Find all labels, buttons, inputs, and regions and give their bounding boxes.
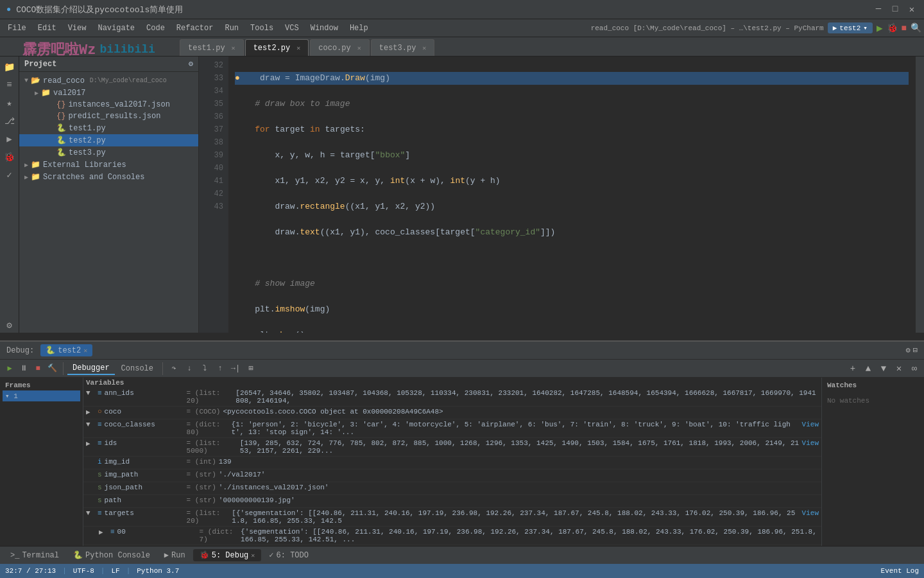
- tab-test2py[interactable]: test2.py ✕: [245, 39, 309, 56]
- editor-area: 32 33 34 35 36 37 38 39 40 41 42 43 ● dr…: [199, 57, 915, 333]
- tab-test2py-label: test2.py: [253, 44, 291, 53]
- menu-run[interactable]: Run: [219, 22, 244, 34]
- debug-button[interactable]: 🐞: [887, 22, 898, 33]
- var-name-coco: coco: [105, 408, 182, 416]
- todo-btn[interactable]: ✓: [2, 167, 17, 182]
- tab-test2py-close[interactable]: ✕: [296, 44, 300, 52]
- var-toggle-json-path: ▶: [86, 484, 95, 492]
- var-toggle-coco[interactable]: ▶: [86, 408, 95, 416]
- menu-navigate[interactable]: Navigate: [92, 22, 140, 34]
- menu-bar: File Edit View Navigate Code Refactor Ru…: [0, 19, 924, 37]
- var-icon-str-path: s: [98, 496, 102, 504]
- tree-item-val2017[interactable]: ▶ 📁 val2017: [19, 87, 198, 99]
- var-toggle-ann-ids[interactable]: ▼: [86, 389, 95, 397]
- settings-btn[interactable]: ⚙: [2, 317, 17, 333]
- debugger-tab[interactable]: Debugger: [67, 362, 115, 375]
- frame-item-1[interactable]: ▾ 1: [3, 390, 80, 401]
- stop-debug-btn[interactable]: ■: [31, 362, 45, 376]
- debug-config-tab[interactable]: 🐍 test2 ✕: [40, 344, 92, 356]
- force-step-into-btn[interactable]: ⤵: [198, 362, 212, 376]
- var-toggle-targets[interactable]: ▼: [86, 509, 95, 517]
- right-gutter: [915, 57, 924, 333]
- tab-test1py-close[interactable]: ✕: [232, 44, 235, 52]
- status-event-log[interactable]: Event Log: [881, 567, 919, 575]
- maximize-button[interactable]: □: [889, 4, 901, 15]
- var-toggle-coco-classes[interactable]: ▼: [86, 421, 95, 428]
- python-console-tab[interactable]: 🐍 Python Console: [67, 549, 157, 561]
- menu-help[interactable]: Help: [345, 22, 373, 34]
- step-over-btn[interactable]: ↷: [167, 362, 181, 376]
- structure-btn[interactable]: ≡: [2, 77, 17, 92]
- tree-item-read-coco[interactable]: ▼ 📂 read_coco D:\My_code\read_coco: [19, 74, 198, 87]
- var-value-coco: <pycocotools.coco.COCO object at 0x00000…: [223, 408, 443, 416]
- evaluate-expr-btn[interactable]: ⊞: [244, 362, 258, 376]
- step-into-btn[interactable]: ↓: [182, 362, 196, 376]
- todo-tab[interactable]: ✓ 6: TODO: [262, 549, 315, 561]
- menu-edit[interactable]: Edit: [33, 22, 62, 34]
- tree-item-test3py[interactable]: 🐍 test3.py: [19, 146, 198, 159]
- folder-icon-external-libs: 📁: [31, 160, 40, 170]
- debug-tab-close[interactable]: ✕: [251, 552, 255, 559]
- tree-item-test2py[interactable]: 🐍 test2.py: [19, 134, 198, 146]
- build-btn[interactable]: 🔨: [45, 362, 59, 376]
- resume-btn[interactable]: ▶: [3, 362, 17, 376]
- debug-settings-icon[interactable]: ⚙: [906, 346, 911, 355]
- menu-tools[interactable]: Tools: [245, 22, 278, 34]
- run-toolbar-btn[interactable]: ▶: [2, 131, 17, 146]
- watch-down-btn[interactable]: ▼: [877, 362, 891, 376]
- run-button[interactable]: ▶: [877, 22, 883, 35]
- tree-item-scratches[interactable]: ▶ 📁 Scratches and Consoles: [19, 171, 198, 183]
- title-bar: ● COCO数据集介绍以及pycocotools简单使用 ─ □ ✕: [0, 0, 924, 19]
- var-more-ids[interactable]: View: [802, 439, 819, 447]
- tree-item-instances-json[interactable]: {} instances_val2017.json: [19, 99, 198, 110]
- menu-view[interactable]: View: [63, 22, 92, 34]
- tab-cocopy[interactable]: coco.py ✕: [310, 39, 369, 56]
- close-button[interactable]: ✕: [906, 4, 918, 15]
- status-encoding: UTF-8: [73, 567, 94, 575]
- tab-test3py-close[interactable]: ✕: [422, 44, 426, 52]
- debug-layout-icon[interactable]: ⊟: [913, 346, 918, 355]
- menu-code[interactable]: Code: [141, 22, 170, 34]
- tab-test1py[interactable]: test1.py ✕: [180, 39, 244, 56]
- watch-up-btn[interactable]: ▲: [861, 362, 875, 376]
- menu-vcs[interactable]: VCS: [280, 22, 304, 34]
- favorites-btn[interactable]: ★: [2, 95, 17, 110]
- frame-dropdown-icon: ▾: [5, 392, 10, 400]
- tree-item-external-libs[interactable]: ▶ 📁 External Libraries: [19, 159, 198, 171]
- var-toggle-ids[interactable]: ▶: [86, 439, 95, 448]
- tree-arrow-read-coco: ▼: [24, 77, 28, 84]
- run-tab[interactable]: ▶ Run: [158, 549, 192, 561]
- run-config[interactable]: ▶ test2 ▾: [828, 22, 873, 33]
- terminal-tab[interactable]: >_ Terminal: [4, 550, 65, 561]
- sidebar-settings-icon[interactable]: ⚙: [189, 59, 193, 69]
- tree-item-predict-json[interactable]: {} predict_results.json: [19, 110, 198, 122]
- run-to-cursor-btn[interactable]: →|: [228, 362, 243, 376]
- menu-file[interactable]: File: [3, 22, 31, 34]
- search-everywhere-button[interactable]: 🔍: [911, 22, 921, 33]
- add-watch-btn[interactable]: +: [846, 362, 860, 376]
- debug-tab-bottom[interactable]: 🐞 5: Debug ✕: [193, 549, 262, 561]
- step-out-btn[interactable]: ↑: [213, 362, 227, 376]
- tree-label-external-libs: External Libraries: [43, 161, 126, 170]
- tree-item-test1py[interactable]: 🐍 test1.py: [19, 122, 198, 134]
- tab-test3py[interactable]: test3.py ✕: [371, 39, 435, 56]
- menu-window[interactable]: Window: [305, 22, 343, 34]
- var-more-targets[interactable]: View: [802, 509, 819, 517]
- stop-button[interactable]: ■: [902, 23, 907, 33]
- console-tab[interactable]: Console: [116, 363, 158, 374]
- git-btn[interactable]: ⎇: [2, 113, 17, 128]
- pause-btn[interactable]: ⏸: [17, 362, 31, 376]
- menu-refactor[interactable]: Refactor: [171, 22, 219, 34]
- code-content[interactable]: ● draw = ImageDraw.Draw(img) # draw box …: [228, 57, 915, 333]
- var-icon-int-img-id: i: [98, 458, 102, 466]
- debug-config-close[interactable]: ✕: [83, 347, 87, 355]
- var-more-coco-classes[interactable]: View: [802, 421, 819, 428]
- minimize-button[interactable]: ─: [873, 4, 884, 15]
- tab-cocopy-close[interactable]: ✕: [357, 44, 361, 52]
- watch-expand-btn[interactable]: ∞: [907, 362, 921, 376]
- debug-toolbar-btn[interactable]: 🐞: [2, 149, 17, 164]
- project-view-btn[interactable]: 📁: [2, 59, 17, 74]
- var-icon-dict-coco-classes: ≡: [98, 421, 102, 428]
- watch-delete-btn[interactable]: ✕: [892, 362, 906, 376]
- var-toggle-00[interactable]: ▶: [99, 528, 108, 536]
